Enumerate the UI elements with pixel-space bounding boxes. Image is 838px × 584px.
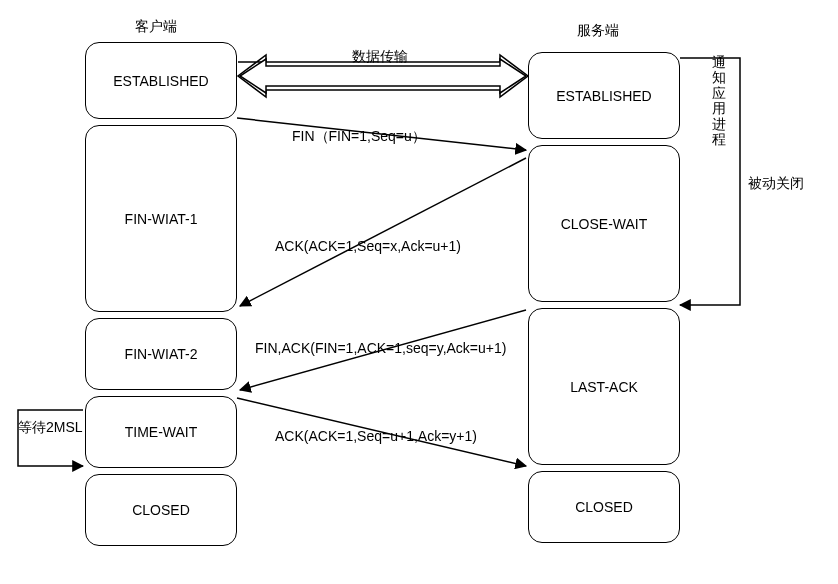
passive-close-path xyxy=(680,58,740,305)
tcp-close-diagram: 客户端 服务端 ESTABLISHED FIN-WIAT-1 FIN-WIAT-… xyxy=(0,0,838,584)
ack1-label: ACK(ACK=1,Seq=x,Ack=u+1) xyxy=(275,238,461,254)
wait-2msl-note: 等待2MSL xyxy=(18,419,83,437)
notify-app-note: 通知应用进程 xyxy=(712,55,730,147)
passive-close-note: 被动关闭 xyxy=(748,175,804,193)
ack2-label: ACK(ACK=1,Seq=u+1,Ack=y+1) xyxy=(275,428,477,444)
finack-label: FIN,ACK(FIN=1,ACK=1,seq=y,Ack=u+1) xyxy=(255,340,506,356)
fin-label: FIN（FIN=1,Seq=u） xyxy=(292,128,426,146)
data-transfer-label: 数据传输 xyxy=(352,48,408,66)
ack1-arrow xyxy=(240,158,526,306)
